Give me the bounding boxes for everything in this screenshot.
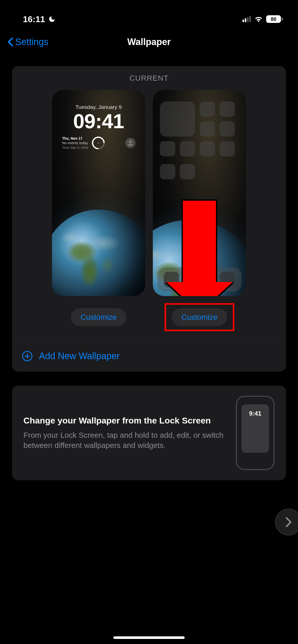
lock-date: Tuesday, January 9	[60, 104, 138, 110]
cellular-signal-icon	[242, 16, 251, 22]
app-icon-placeholder	[220, 121, 235, 137]
app-icon-placeholder	[160, 164, 175, 179]
status-time: 16:11	[23, 14, 45, 24]
next-tip-button[interactable]	[275, 509, 298, 535]
lock-widgets: Thu, Nov 17 No events today Your day is …	[60, 136, 138, 150]
tip-phone-illustration: 9:41	[236, 396, 275, 470]
wifi-icon	[254, 16, 263, 22]
app-icon-placeholder	[180, 141, 195, 156]
customize-lock-button[interactable]: Customize	[71, 308, 126, 326]
earth-graphic	[52, 210, 145, 296]
current-wallpaper-card: CURRENT Tuesday, January 9 09:41 Thu, No…	[12, 66, 286, 372]
alarm-icon	[129, 140, 132, 143]
wallpaper-previews: Tuesday, January 9 09:41 Thu, Nov 17 No …	[12, 90, 286, 331]
tip-text: Change your Wallpaper from the Lock Scre…	[23, 415, 227, 451]
add-wallpaper-button[interactable]: Add New Wallpaper	[12, 342, 286, 372]
section-header-current: CURRENT	[12, 74, 286, 82]
lock-screen-preview[interactable]: Tuesday, January 9 09:41 Thu, Nov 17 No …	[52, 90, 145, 296]
app-widget-placeholder	[160, 101, 195, 137]
calendar-widget: Thu, Nov 17 No events today Your day is …	[62, 136, 88, 150]
do-not-disturb-icon	[48, 15, 56, 23]
plus-circle-icon	[22, 351, 32, 361]
lock-screen-column: Tuesday, January 9 09:41 Thu, Nov 17 No …	[52, 90, 145, 331]
battery-indicator: 80	[266, 15, 283, 23]
lock-time: 09:41	[60, 111, 138, 131]
back-label: Settings	[15, 37, 48, 47]
tip-description: From your Lock Screen, tap and hold to a…	[23, 430, 227, 451]
customize-home-button[interactable]: Customize	[172, 308, 227, 326]
app-icon-placeholder	[200, 121, 215, 137]
battery-level: 80	[266, 15, 281, 23]
annotation-highlight: Customize	[165, 303, 234, 331]
page-title: Wallpaper	[127, 37, 171, 47]
annotation-arrow-icon	[182, 199, 217, 283]
home-screen-grid	[153, 101, 246, 187]
status-left: 16:11	[23, 14, 56, 24]
home-screen-column: Customize	[153, 90, 246, 331]
app-icon-placeholder	[200, 101, 215, 117]
back-button[interactable]: Settings	[8, 37, 48, 47]
app-icon-placeholder	[160, 141, 175, 156]
app-icon-placeholder	[200, 141, 215, 156]
lock-screen-tip-card: Change your Wallpaper from the Lock Scre…	[12, 386, 286, 480]
status-right: 80	[242, 15, 283, 23]
tip-title: Change your Wallpaper from the Lock Scre…	[23, 415, 227, 426]
app-icon-placeholder	[220, 141, 235, 156]
alarm-widget: OFF	[125, 138, 136, 148]
lock-screen-content: Tuesday, January 9 09:41 Thu, Nov 17 No …	[52, 104, 145, 150]
app-icon-placeholder	[220, 101, 235, 117]
chevron-left-icon	[8, 37, 13, 47]
home-screen-preview[interactable]	[153, 90, 246, 296]
add-wallpaper-label: Add New Wallpaper	[39, 351, 120, 361]
activity-ring-icon	[89, 134, 107, 152]
chevron-right-icon	[285, 517, 292, 528]
home-indicator[interactable]	[113, 636, 185, 639]
navigation-bar: Settings Wallpaper	[0, 31, 298, 58]
tip-phone-time: 9:41	[241, 404, 269, 453]
status-bar: 16:11 80	[0, 0, 298, 31]
app-icon-placeholder	[180, 164, 195, 179]
